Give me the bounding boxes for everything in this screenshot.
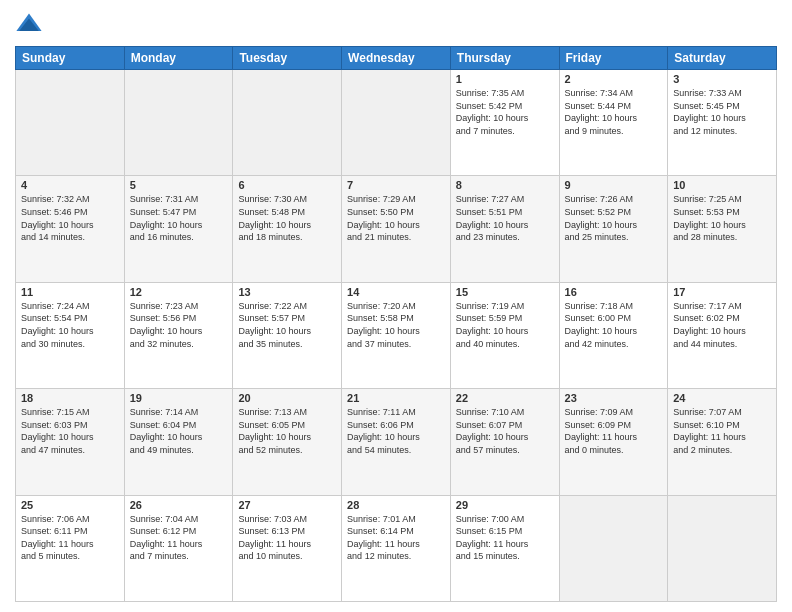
calendar-header-row: SundayMondayTuesdayWednesdayThursdayFrid… (16, 47, 777, 70)
header (15, 10, 777, 38)
day-number: 10 (673, 179, 771, 191)
day-info: Sunrise: 7:06 AM Sunset: 6:11 PM Dayligh… (21, 513, 119, 563)
day-info: Sunrise: 7:03 AM Sunset: 6:13 PM Dayligh… (238, 513, 336, 563)
day-info: Sunrise: 7:04 AM Sunset: 6:12 PM Dayligh… (130, 513, 228, 563)
logo (15, 10, 47, 38)
calendar-cell: 23Sunrise: 7:09 AM Sunset: 6:09 PM Dayli… (559, 389, 668, 495)
calendar-cell: 24Sunrise: 7:07 AM Sunset: 6:10 PM Dayli… (668, 389, 777, 495)
calendar-cell: 3Sunrise: 7:33 AM Sunset: 5:45 PM Daylig… (668, 70, 777, 176)
day-number: 26 (130, 499, 228, 511)
calendar-week-row: 4Sunrise: 7:32 AM Sunset: 5:46 PM Daylig… (16, 176, 777, 282)
day-info: Sunrise: 7:13 AM Sunset: 6:05 PM Dayligh… (238, 406, 336, 456)
calendar-cell: 6Sunrise: 7:30 AM Sunset: 5:48 PM Daylig… (233, 176, 342, 282)
day-info: Sunrise: 7:31 AM Sunset: 5:47 PM Dayligh… (130, 193, 228, 243)
calendar-cell: 12Sunrise: 7:23 AM Sunset: 5:56 PM Dayli… (124, 282, 233, 388)
day-info: Sunrise: 7:32 AM Sunset: 5:46 PM Dayligh… (21, 193, 119, 243)
calendar-week-row: 11Sunrise: 7:24 AM Sunset: 5:54 PM Dayli… (16, 282, 777, 388)
day-info: Sunrise: 7:35 AM Sunset: 5:42 PM Dayligh… (456, 87, 554, 137)
day-info: Sunrise: 7:14 AM Sunset: 6:04 PM Dayligh… (130, 406, 228, 456)
day-info: Sunrise: 7:09 AM Sunset: 6:09 PM Dayligh… (565, 406, 663, 456)
day-number: 22 (456, 392, 554, 404)
day-info: Sunrise: 7:19 AM Sunset: 5:59 PM Dayligh… (456, 300, 554, 350)
weekday-header: Monday (124, 47, 233, 70)
calendar-cell: 16Sunrise: 7:18 AM Sunset: 6:00 PM Dayli… (559, 282, 668, 388)
calendar-cell: 11Sunrise: 7:24 AM Sunset: 5:54 PM Dayli… (16, 282, 125, 388)
day-number: 27 (238, 499, 336, 511)
day-info: Sunrise: 7:26 AM Sunset: 5:52 PM Dayligh… (565, 193, 663, 243)
day-info: Sunrise: 7:22 AM Sunset: 5:57 PM Dayligh… (238, 300, 336, 350)
day-number: 29 (456, 499, 554, 511)
calendar-cell (233, 70, 342, 176)
day-number: 5 (130, 179, 228, 191)
day-info: Sunrise: 7:24 AM Sunset: 5:54 PM Dayligh… (21, 300, 119, 350)
day-number: 2 (565, 73, 663, 85)
day-number: 9 (565, 179, 663, 191)
calendar-cell: 25Sunrise: 7:06 AM Sunset: 6:11 PM Dayli… (16, 495, 125, 601)
day-number: 6 (238, 179, 336, 191)
weekday-header: Wednesday (342, 47, 451, 70)
calendar-cell: 4Sunrise: 7:32 AM Sunset: 5:46 PM Daylig… (16, 176, 125, 282)
calendar-week-row: 25Sunrise: 7:06 AM Sunset: 6:11 PM Dayli… (16, 495, 777, 601)
calendar-cell: 1Sunrise: 7:35 AM Sunset: 5:42 PM Daylig… (450, 70, 559, 176)
day-number: 17 (673, 286, 771, 298)
day-number: 28 (347, 499, 445, 511)
calendar-cell (668, 495, 777, 601)
calendar-table: SundayMondayTuesdayWednesdayThursdayFrid… (15, 46, 777, 602)
day-number: 12 (130, 286, 228, 298)
calendar-cell: 27Sunrise: 7:03 AM Sunset: 6:13 PM Dayli… (233, 495, 342, 601)
weekday-header: Saturday (668, 47, 777, 70)
calendar-cell: 18Sunrise: 7:15 AM Sunset: 6:03 PM Dayli… (16, 389, 125, 495)
calendar-cell: 29Sunrise: 7:00 AM Sunset: 6:15 PM Dayli… (450, 495, 559, 601)
calendar-week-row: 18Sunrise: 7:15 AM Sunset: 6:03 PM Dayli… (16, 389, 777, 495)
calendar-cell (342, 70, 451, 176)
calendar-cell: 17Sunrise: 7:17 AM Sunset: 6:02 PM Dayli… (668, 282, 777, 388)
day-number: 20 (238, 392, 336, 404)
day-info: Sunrise: 7:34 AM Sunset: 5:44 PM Dayligh… (565, 87, 663, 137)
day-number: 15 (456, 286, 554, 298)
day-info: Sunrise: 7:27 AM Sunset: 5:51 PM Dayligh… (456, 193, 554, 243)
day-number: 14 (347, 286, 445, 298)
calendar-week-row: 1Sunrise: 7:35 AM Sunset: 5:42 PM Daylig… (16, 70, 777, 176)
day-number: 25 (21, 499, 119, 511)
calendar-cell (124, 70, 233, 176)
day-info: Sunrise: 7:01 AM Sunset: 6:14 PM Dayligh… (347, 513, 445, 563)
day-info: Sunrise: 7:17 AM Sunset: 6:02 PM Dayligh… (673, 300, 771, 350)
day-info: Sunrise: 7:30 AM Sunset: 5:48 PM Dayligh… (238, 193, 336, 243)
day-info: Sunrise: 7:10 AM Sunset: 6:07 PM Dayligh… (456, 406, 554, 456)
calendar-cell (16, 70, 125, 176)
day-number: 3 (673, 73, 771, 85)
day-number: 18 (21, 392, 119, 404)
calendar-cell: 10Sunrise: 7:25 AM Sunset: 5:53 PM Dayli… (668, 176, 777, 282)
calendar-cell: 13Sunrise: 7:22 AM Sunset: 5:57 PM Dayli… (233, 282, 342, 388)
calendar-cell: 22Sunrise: 7:10 AM Sunset: 6:07 PM Dayli… (450, 389, 559, 495)
day-number: 7 (347, 179, 445, 191)
day-number: 1 (456, 73, 554, 85)
day-info: Sunrise: 7:07 AM Sunset: 6:10 PM Dayligh… (673, 406, 771, 456)
weekday-header: Thursday (450, 47, 559, 70)
logo-icon (15, 10, 43, 38)
day-info: Sunrise: 7:00 AM Sunset: 6:15 PM Dayligh… (456, 513, 554, 563)
calendar-cell: 7Sunrise: 7:29 AM Sunset: 5:50 PM Daylig… (342, 176, 451, 282)
day-info: Sunrise: 7:20 AM Sunset: 5:58 PM Dayligh… (347, 300, 445, 350)
weekday-header: Sunday (16, 47, 125, 70)
day-number: 8 (456, 179, 554, 191)
calendar-cell: 5Sunrise: 7:31 AM Sunset: 5:47 PM Daylig… (124, 176, 233, 282)
day-number: 16 (565, 286, 663, 298)
calendar-cell: 21Sunrise: 7:11 AM Sunset: 6:06 PM Dayli… (342, 389, 451, 495)
calendar-cell: 8Sunrise: 7:27 AM Sunset: 5:51 PM Daylig… (450, 176, 559, 282)
weekday-header: Friday (559, 47, 668, 70)
calendar-cell: 15Sunrise: 7:19 AM Sunset: 5:59 PM Dayli… (450, 282, 559, 388)
calendar-cell: 19Sunrise: 7:14 AM Sunset: 6:04 PM Dayli… (124, 389, 233, 495)
calendar-cell: 26Sunrise: 7:04 AM Sunset: 6:12 PM Dayli… (124, 495, 233, 601)
calendar-cell (559, 495, 668, 601)
calendar-cell: 28Sunrise: 7:01 AM Sunset: 6:14 PM Dayli… (342, 495, 451, 601)
day-number: 13 (238, 286, 336, 298)
day-number: 23 (565, 392, 663, 404)
calendar-cell: 9Sunrise: 7:26 AM Sunset: 5:52 PM Daylig… (559, 176, 668, 282)
calendar-cell: 14Sunrise: 7:20 AM Sunset: 5:58 PM Dayli… (342, 282, 451, 388)
day-info: Sunrise: 7:25 AM Sunset: 5:53 PM Dayligh… (673, 193, 771, 243)
day-info: Sunrise: 7:33 AM Sunset: 5:45 PM Dayligh… (673, 87, 771, 137)
day-number: 21 (347, 392, 445, 404)
day-info: Sunrise: 7:23 AM Sunset: 5:56 PM Dayligh… (130, 300, 228, 350)
page: SundayMondayTuesdayWednesdayThursdayFrid… (0, 0, 792, 612)
